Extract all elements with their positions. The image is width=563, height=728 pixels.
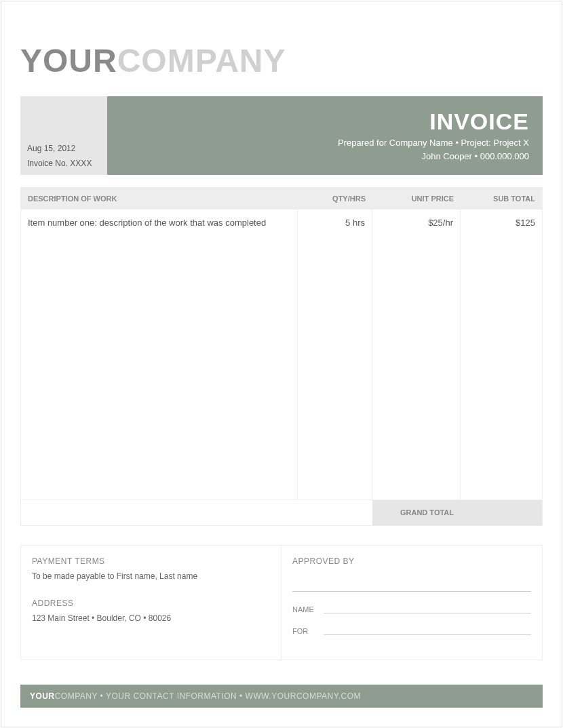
- footer-logo-part2: COMPANY: [55, 691, 98, 701]
- name-row: NAME: [292, 605, 531, 613]
- header-unit-price: UNIT PRICE: [372, 188, 461, 209]
- header-banner: Aug 15, 2012 Invoice No. XXXX INVOICE Pr…: [20, 96, 543, 175]
- name-line: [324, 613, 531, 613]
- footer-rest: • YOUR CONTACT INFORMATION • WWW.YOURCOM…: [98, 691, 361, 701]
- company-logo: YOURCOMPANY: [20, 42, 543, 79]
- header-qty: QTY/HRS: [298, 188, 372, 209]
- banner-meta: Aug 15, 2012 Invoice No. XXXX: [20, 96, 107, 175]
- approved-by-heading: APPROVED BY: [292, 557, 531, 566]
- line-items-table: DESCRIPTION OF WORK QTY/HRS UNIT PRICE S…: [20, 187, 543, 526]
- logo-part1: YOUR: [20, 43, 117, 79]
- invoice-page: YOURCOMPANY Aug 15, 2012 Invoice No. XXX…: [1, 1, 562, 727]
- invoice-number: Invoice No. XXXX: [27, 159, 100, 168]
- table-header-row: DESCRIPTION OF WORK QTY/HRS UNIT PRICE S…: [21, 188, 542, 209]
- for-line: [324, 634, 531, 635]
- cell-description: Item number one: description of the work…: [21, 209, 298, 500]
- banner-main: INVOICE Prepared for Company Name • Proj…: [107, 96, 543, 175]
- grand-total-label: GRAND TOTAL: [372, 500, 461, 525]
- bottom-section: PAYMENT TERMS To be made payable to Firs…: [20, 545, 543, 660]
- footer-logo-part1: YOUR: [30, 691, 55, 701]
- address-heading: ADDRESS: [32, 599, 270, 608]
- payment-terms-value: To be made payable to First name, Last n…: [32, 571, 270, 581]
- approval-box: APPROVED BY NAME FOR: [282, 546, 542, 660]
- address-value: 123 Main Street • Boulder, CO • 80026: [32, 613, 270, 623]
- payment-terms-box: PAYMENT TERMS To be made payable to Firs…: [21, 546, 282, 660]
- header-subtotal: SUB TOTAL: [461, 188, 542, 209]
- cell-unit-price: $25/hr: [372, 209, 461, 500]
- name-label: NAME: [292, 605, 324, 613]
- for-label: FOR: [292, 627, 324, 635]
- signature-line: [292, 571, 531, 592]
- grand-total-value: [461, 500, 542, 525]
- for-row: FOR: [292, 627, 531, 635]
- payment-terms-heading: PAYMENT TERMS: [32, 557, 270, 566]
- prepared-for-line: Prepared for Company Name • Project: Pro…: [107, 136, 529, 150]
- header-description: DESCRIPTION OF WORK: [21, 188, 298, 209]
- logo-part2: COMPANY: [117, 43, 286, 79]
- table-footer: GRAND TOTAL: [21, 500, 542, 525]
- cell-subtotal: $125: [461, 209, 542, 500]
- document-title: INVOICE: [107, 108, 529, 135]
- cell-qty: 5 hrs: [298, 209, 372, 500]
- invoice-date: Aug 15, 2012: [27, 144, 100, 153]
- contact-line: John Cooper • 000.000.000: [107, 150, 529, 163]
- footer-spacer: [21, 500, 372, 525]
- table-body: Item number one: description of the work…: [21, 209, 542, 500]
- page-footer: YOURCOMPANY • YOUR CONTACT INFORMATION •…: [20, 685, 543, 708]
